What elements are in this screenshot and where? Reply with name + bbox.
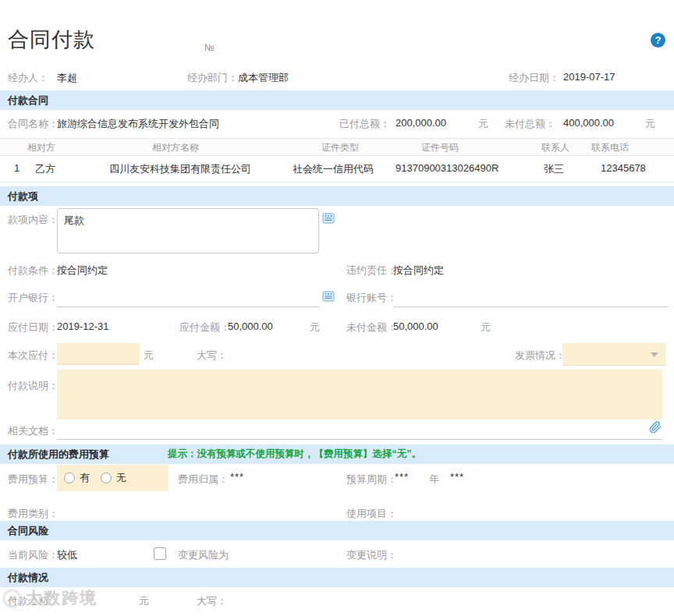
note-textarea[interactable] (57, 370, 662, 420)
table-row[interactable]: 1 乙方 四川友安科技集团有限责任公司 社会统一信用代码 91370900313… (0, 155, 674, 182)
due-date-value: 2019-12-31 (57, 320, 109, 332)
payment-amount-unit: 元 (139, 594, 149, 608)
help-icon[interactable]: ? (651, 33, 665, 48)
invoice-dropdown[interactable] (562, 343, 665, 366)
unpaid-amount-value: 50,000.00 (393, 320, 438, 332)
row-name: 四川友安科技集团有限责任公司 (109, 162, 251, 176)
cycle-value1: *** (395, 471, 409, 483)
document-number-symbol: № (204, 42, 215, 53)
radio-budget-yes[interactable] (64, 473, 75, 483)
condition-label: 付款条件： (8, 264, 59, 278)
row-cert-type: 社会统一信用代码 (293, 162, 374, 176)
date-value: 2019-07-17 (563, 71, 615, 83)
current-risk-label: 当前风险： (8, 548, 59, 562)
budget-radio-group: 有 无 (57, 465, 168, 491)
content-textarea[interactable]: 尾款 (57, 208, 319, 253)
docs-label: 相关文档： (8, 424, 59, 438)
change-note-label: 变更说明： (346, 548, 397, 562)
due-amount-unit: 元 (310, 320, 320, 335)
chevron-down-icon (651, 352, 658, 357)
invoice-label: 发票情况： (515, 349, 566, 363)
budget-label: 费用预算： (8, 473, 59, 487)
note-label: 付款说明： (8, 379, 59, 393)
current-risk-value: 较低 (57, 548, 77, 562)
paid-total-unit: 元 (478, 117, 488, 131)
section-bar-contract: 付款合同 (0, 90, 674, 110)
section-title-contract: 付款合同 (8, 90, 48, 110)
phrase-picker-icon-bank[interactable] (322, 290, 335, 303)
docs-input[interactable] (57, 424, 662, 440)
col-cert-no: 证件号码 (421, 141, 459, 154)
row-phone: 12345678 (601, 162, 646, 174)
unpaid-total-value: 400,000.00 (563, 117, 614, 129)
radio-budget-yes-label[interactable]: 有 (80, 471, 90, 485)
account-label: 银行账号： (346, 291, 397, 305)
paperclip-icon[interactable] (649, 421, 662, 434)
account-input[interactable] (393, 291, 669, 307)
cycle-label: 预算周期： (346, 473, 397, 487)
paid-total-label: 已付总额： (339, 117, 390, 131)
due-date-label: 应付日期： (8, 320, 59, 335)
section-bar-payment-item: 付款项 (0, 186, 674, 206)
section-bar-risk: 合同风险 (0, 521, 674, 540)
unpaid-amount-label: 未付金额： (346, 320, 397, 335)
content-label: 款项内容： (8, 213, 59, 227)
contract-name-value: 旅游综合信息发布系统开发外包合同 (57, 117, 219, 131)
row-cert-no: 91370900313026490R (396, 162, 498, 174)
change-risk-label: 变更风险为 (178, 548, 229, 562)
col-contact: 联系人 (541, 141, 569, 154)
unpaid-total-label: 未付总额： (505, 117, 555, 131)
section-title-budget: 付款所使用的费用预算 (8, 444, 109, 464)
paid-total-value: 200,000.00 (396, 117, 446, 129)
department-label: 经办部门： (187, 71, 238, 85)
row-contact: 张三 (544, 162, 564, 176)
department-value: 成本管理部 (238, 71, 289, 85)
due-amount-value: 50,000.00 (228, 320, 273, 332)
category-label: 费用类别： (8, 507, 59, 521)
condition-value: 按合同约定 (57, 264, 108, 278)
col-name: 相对方名称 (152, 141, 199, 154)
radio-budget-no[interactable] (101, 473, 112, 483)
row-party: 乙方 (35, 162, 55, 176)
due-amount-label: 应付金额： (179, 320, 230, 335)
bank-input[interactable] (57, 291, 320, 307)
section-bar-status: 付款情况 (0, 568, 674, 587)
section-title-payment-item: 付款项 (8, 186, 38, 206)
caps-label: 大写： (197, 349, 227, 363)
cycle-unit: 年 (429, 473, 439, 487)
page-title: 合同付款 (8, 26, 95, 54)
agent-label: 经办人： (8, 71, 48, 85)
section-title-status: 付款情况 (8, 568, 48, 587)
contract-name-label: 合同名称： (8, 117, 59, 131)
bank-label: 开户银行： (8, 291, 59, 305)
payment-amount-label: 付款金额： (8, 594, 59, 608)
phrase-picker-icon[interactable] (322, 212, 335, 225)
current-due-unit: 元 (144, 349, 154, 363)
breach-value: 按合同约定 (393, 264, 444, 278)
breach-label: 违约责任： (346, 264, 397, 278)
radio-budget-no-label[interactable]: 无 (116, 471, 126, 485)
col-phone: 联系电话 (591, 141, 629, 154)
project-label: 使用项目： (346, 507, 397, 521)
contract-payment-page: 合同付款 № ? 经办人： 李超 经办部门： 成本管理部 经办日期： 2019-… (0, 0, 674, 616)
change-risk-checkbox[interactable] (154, 547, 166, 560)
section-title-risk: 合同风险 (8, 521, 48, 540)
current-due-input[interactable] (57, 343, 140, 365)
agent-value: 李超 (57, 71, 77, 85)
payment-caps-label: 大写： (197, 594, 227, 608)
unpaid-total-unit: 元 (645, 117, 655, 131)
unpaid-amount-unit: 元 (481, 320, 491, 335)
col-party: 相对方 (27, 141, 55, 154)
current-due-label: 本次应付： (8, 349, 59, 363)
section-bar-budget: 付款所使用的费用预算 提示：没有预算或不使用预算时，【费用预算】选择“无”。 (0, 444, 674, 464)
col-cert-type: 证件类型 (321, 141, 359, 154)
counterpart-table-header: 相对方 相对方名称 证件类型 证件号码 联系人 联系电话 (0, 138, 674, 156)
belong-label: 费用归属： (178, 473, 229, 487)
date-label: 经办日期： (509, 71, 559, 85)
cycle-value2: *** (450, 471, 464, 483)
row-index: 1 (14, 162, 20, 174)
belong-value: *** (230, 471, 244, 483)
budget-hint: 提示：没有预算或不使用预算时，【费用预算】选择“无”。 (168, 444, 421, 464)
